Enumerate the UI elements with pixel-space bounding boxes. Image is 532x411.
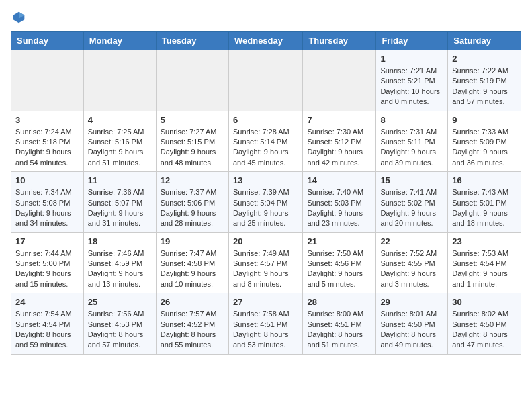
calendar-day-cell: 27Sunrise: 7:58 AMSunset: 4:51 PMDayligh… xyxy=(228,293,302,355)
day-info: Sunrise: 8:01 AMSunset: 4:50 PMDaylight:… xyxy=(380,309,443,351)
calendar-day-cell: 11Sunrise: 7:36 AMSunset: 5:07 PMDayligh… xyxy=(83,172,156,233)
calendar-table: SundayMondayTuesdayWednesdayThursdayFrid… xyxy=(11,31,521,355)
calendar-day-cell: 7Sunrise: 7:30 AMSunset: 5:12 PMDaylight… xyxy=(303,111,376,172)
day-number: 28 xyxy=(307,297,371,307)
day-number: 21 xyxy=(307,236,371,246)
day-number: 9 xyxy=(452,115,517,125)
day-info: Sunrise: 7:57 AMSunset: 4:52 PMDaylight:… xyxy=(161,309,224,351)
calendar-day-cell: 5Sunrise: 7:27 AMSunset: 5:15 PMDaylight… xyxy=(156,111,228,172)
day-number: 12 xyxy=(161,175,224,185)
calendar-week-row: 10Sunrise: 7:34 AMSunset: 5:08 PMDayligh… xyxy=(11,172,521,233)
day-info: Sunrise: 7:53 AMSunset: 4:54 PMDaylight:… xyxy=(452,248,517,290)
day-info: Sunrise: 7:31 AMSunset: 5:11 PMDaylight:… xyxy=(380,127,443,169)
day-number: 30 xyxy=(452,297,517,307)
day-info: Sunrise: 8:02 AMSunset: 4:50 PMDaylight:… xyxy=(452,309,517,351)
day-info: Sunrise: 7:40 AMSunset: 5:03 PMDaylight:… xyxy=(307,187,371,229)
day-number: 17 xyxy=(15,236,79,246)
calendar-week-row: 17Sunrise: 7:44 AMSunset: 5:00 PMDayligh… xyxy=(11,232,521,293)
calendar-day-cell: 25Sunrise: 7:56 AMSunset: 4:53 PMDayligh… xyxy=(83,293,156,355)
day-info: Sunrise: 7:43 AMSunset: 5:01 PMDaylight:… xyxy=(452,187,517,229)
calendar-day-cell: 4Sunrise: 7:25 AMSunset: 5:16 PMDaylight… xyxy=(83,111,156,172)
calendar-week-row: 3Sunrise: 7:24 AMSunset: 5:18 PMDaylight… xyxy=(11,111,521,172)
day-info: Sunrise: 7:54 AMSunset: 4:54 PMDaylight:… xyxy=(15,309,79,351)
day-info: Sunrise: 7:36 AMSunset: 5:07 PMDaylight:… xyxy=(88,187,152,229)
calendar-day-cell: 3Sunrise: 7:24 AMSunset: 5:18 PMDaylight… xyxy=(11,111,84,172)
day-number: 20 xyxy=(233,236,298,246)
calendar-day-cell: 17Sunrise: 7:44 AMSunset: 5:00 PMDayligh… xyxy=(11,232,84,293)
day-number: 7 xyxy=(307,115,371,125)
day-info: Sunrise: 7:46 AMSunset: 4:59 PMDaylight:… xyxy=(88,248,152,290)
day-number: 1 xyxy=(380,54,443,64)
weekday-header: Wednesday xyxy=(228,32,302,50)
day-info: Sunrise: 7:27 AMSunset: 5:15 PMDaylight:… xyxy=(161,127,224,169)
logo-icon xyxy=(12,11,26,24)
calendar-header-row: SundayMondayTuesdayWednesdayThursdayFrid… xyxy=(11,32,521,50)
day-info: Sunrise: 7:47 AMSunset: 4:58 PMDaylight:… xyxy=(161,248,224,290)
day-info: Sunrise: 7:34 AMSunset: 5:08 PMDaylight:… xyxy=(15,187,79,229)
day-info: Sunrise: 7:56 AMSunset: 4:53 PMDaylight:… xyxy=(88,309,152,351)
calendar-day-cell xyxy=(11,50,84,111)
calendar-day-cell: 6Sunrise: 7:28 AMSunset: 5:14 PMDaylight… xyxy=(228,111,302,172)
calendar-day-cell: 26Sunrise: 7:57 AMSunset: 4:52 PMDayligh… xyxy=(156,293,228,355)
calendar-day-cell: 24Sunrise: 7:54 AMSunset: 4:54 PMDayligh… xyxy=(11,293,84,355)
calendar-day-cell xyxy=(228,50,302,111)
logo xyxy=(11,11,26,24)
calendar-day-cell: 14Sunrise: 7:40 AMSunset: 5:03 PMDayligh… xyxy=(303,172,376,233)
day-info: Sunrise: 7:50 AMSunset: 4:56 PMDaylight:… xyxy=(307,248,371,290)
day-info: Sunrise: 7:52 AMSunset: 4:55 PMDaylight:… xyxy=(380,248,443,290)
day-number: 11 xyxy=(88,175,152,185)
calendar-day-cell: 21Sunrise: 7:50 AMSunset: 4:56 PMDayligh… xyxy=(303,232,376,293)
day-info: Sunrise: 7:44 AMSunset: 5:00 PMDaylight:… xyxy=(15,248,79,290)
day-info: Sunrise: 7:37 AMSunset: 5:06 PMDaylight:… xyxy=(161,187,224,229)
day-info: Sunrise: 7:58 AMSunset: 4:51 PMDaylight:… xyxy=(233,309,298,351)
calendar-day-cell: 15Sunrise: 7:41 AMSunset: 5:02 PMDayligh… xyxy=(376,172,448,233)
day-number: 10 xyxy=(15,175,79,185)
day-info: Sunrise: 7:24 AMSunset: 5:18 PMDaylight:… xyxy=(15,127,79,169)
calendar-day-cell: 16Sunrise: 7:43 AMSunset: 5:01 PMDayligh… xyxy=(448,172,521,233)
day-number: 26 xyxy=(161,297,224,307)
day-number: 2 xyxy=(452,54,517,64)
day-info: Sunrise: 7:39 AMSunset: 5:04 PMDaylight:… xyxy=(233,187,298,229)
day-number: 6 xyxy=(233,115,298,125)
day-number: 19 xyxy=(161,236,224,246)
weekday-header: Friday xyxy=(376,32,448,50)
day-number: 14 xyxy=(307,175,371,185)
day-number: 18 xyxy=(88,236,152,246)
day-info: Sunrise: 7:41 AMSunset: 5:02 PMDaylight:… xyxy=(380,187,443,229)
calendar-day-cell: 10Sunrise: 7:34 AMSunset: 5:08 PMDayligh… xyxy=(11,172,84,233)
day-number: 29 xyxy=(380,297,443,307)
day-info: Sunrise: 7:28 AMSunset: 5:14 PMDaylight:… xyxy=(233,127,298,169)
calendar-day-cell: 23Sunrise: 7:53 AMSunset: 4:54 PMDayligh… xyxy=(448,232,521,293)
day-info: Sunrise: 8:00 AMSunset: 4:51 PMDaylight:… xyxy=(307,309,371,351)
calendar-week-row: 24Sunrise: 7:54 AMSunset: 4:54 PMDayligh… xyxy=(11,293,521,355)
weekday-header: Monday xyxy=(83,32,156,50)
day-info: Sunrise: 7:49 AMSunset: 4:57 PMDaylight:… xyxy=(233,248,298,290)
day-number: 5 xyxy=(161,115,224,125)
weekday-header: Thursday xyxy=(303,32,376,50)
day-number: 23 xyxy=(452,236,517,246)
day-number: 8 xyxy=(380,115,443,125)
day-number: 27 xyxy=(233,297,298,307)
calendar-day-cell: 20Sunrise: 7:49 AMSunset: 4:57 PMDayligh… xyxy=(228,232,302,293)
calendar-day-cell: 22Sunrise: 7:52 AMSunset: 4:55 PMDayligh… xyxy=(376,232,448,293)
day-info: Sunrise: 7:33 AMSunset: 5:09 PMDaylight:… xyxy=(452,127,517,169)
calendar-day-cell: 2Sunrise: 7:22 AMSunset: 5:19 PMDaylight… xyxy=(448,50,521,111)
day-number: 24 xyxy=(15,297,79,307)
day-number: 13 xyxy=(233,175,298,185)
calendar-day-cell: 13Sunrise: 7:39 AMSunset: 5:04 PMDayligh… xyxy=(228,172,302,233)
calendar-day-cell: 29Sunrise: 8:01 AMSunset: 4:50 PMDayligh… xyxy=(376,293,448,355)
calendar-day-cell: 18Sunrise: 7:46 AMSunset: 4:59 PMDayligh… xyxy=(83,232,156,293)
calendar-day-cell: 9Sunrise: 7:33 AMSunset: 5:09 PMDaylight… xyxy=(448,111,521,172)
day-info: Sunrise: 7:25 AMSunset: 5:16 PMDaylight:… xyxy=(88,127,152,169)
calendar-day-cell: 19Sunrise: 7:47 AMSunset: 4:58 PMDayligh… xyxy=(156,232,228,293)
day-info: Sunrise: 7:22 AMSunset: 5:19 PMDaylight:… xyxy=(452,66,517,107)
calendar-week-row: 1Sunrise: 7:21 AMSunset: 5:21 PMDaylight… xyxy=(11,50,521,111)
weekday-header: Tuesday xyxy=(156,32,228,50)
calendar-day-cell xyxy=(83,50,156,111)
day-number: 15 xyxy=(380,175,443,185)
day-number: 16 xyxy=(452,175,517,185)
calendar-day-cell: 8Sunrise: 7:31 AMSunset: 5:11 PMDaylight… xyxy=(376,111,448,172)
page-header xyxy=(11,11,521,24)
calendar-day-cell: 12Sunrise: 7:37 AMSunset: 5:06 PMDayligh… xyxy=(156,172,228,233)
calendar-day-cell: 30Sunrise: 8:02 AMSunset: 4:50 PMDayligh… xyxy=(448,293,521,355)
